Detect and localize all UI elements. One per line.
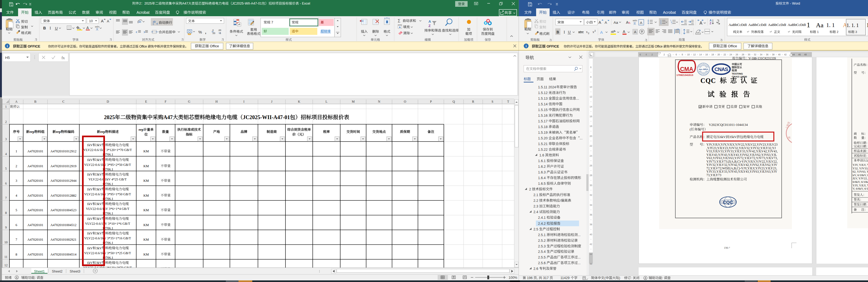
svg-text:3: 3: [16, 179, 17, 182]
svg-text:2: 2: [139, 2, 141, 5]
svg-text:A47: A47: [182, 2, 188, 5]
svg-text:6: 6: [640, 53, 641, 56]
svg-text:2.5: 2.5: [533, 227, 539, 231]
svg-text:6kV: 6kV: [720, 135, 726, 139]
svg-text:erp: erp: [30, 130, 34, 134]
svg-text:A47020101004514: A47020101004514: [51, 253, 76, 256]
svg-text:2: 2: [663, 53, 665, 56]
svg-text:wén: wén: [632, 19, 637, 22]
svg-text:28: 28: [590, 174, 592, 177]
svg-text:2: 2: [652, 53, 653, 56]
svg-text:1.5.14: 1.5.14: [538, 102, 549, 106]
svg-text:Aa: Aa: [816, 22, 824, 29]
svg-text:AaBbCcDdI: AaBbCcDdI: [728, 23, 747, 27]
svg-text:L: L: [326, 100, 327, 104]
svg-text:...: ...: [578, 261, 581, 265]
svg-text:1. 1: 1. 1: [826, 22, 835, 28]
svg-text:C: C: [62, 100, 64, 104]
svg-text:abc: abc: [578, 30, 584, 34]
svg-text:32: 32: [754, 53, 756, 56]
svg-text:3kV: 3kV: [96, 158, 102, 162]
svg-text:A: A: [623, 29, 625, 34]
svg-text:12: 12: [4, 263, 7, 267]
svg-text:40: 40: [778, 53, 781, 56]
svg-text:A47020101: A47020101: [28, 223, 43, 227]
svg-text:3: 3: [5, 137, 7, 141]
svg-text:N: N: [378, 100, 380, 104]
svg-text:B: B: [34, 100, 36, 104]
svg-text:J: J: [271, 100, 273, 104]
svg-text:.00: .00: [212, 32, 215, 34]
svg-text:317: 317: [542, 276, 550, 280]
svg-text:196: 196: [526, 276, 534, 280]
svg-text:fx: fx: [62, 56, 65, 60]
svg-text:A47020101012912: A47020101012912: [51, 149, 76, 153]
svg-text:1: 1: [16, 149, 17, 153]
svg-text:VLV22-0.6/1kV 3*120+1*70 GB/T: VLV22-0.6/1kV 3*120+1*70 GB/T: [83, 148, 132, 152]
svg-text:10: 10: [687, 53, 690, 56]
svg-text:x: x: [592, 30, 594, 34]
svg-text:12: 12: [590, 95, 592, 98]
svg-text:26: 26: [590, 164, 592, 167]
svg-text:H5: H5: [5, 56, 10, 60]
svg-text:11: 11: [4, 255, 7, 259]
svg-text:44: 44: [792, 53, 795, 56]
svg-text:1: 1: [807, 21, 810, 29]
svg-text:3kV: 3kV: [96, 202, 102, 206]
svg-text:A47020101012944: A47020101012944: [51, 179, 76, 182]
svg-text:A47020101: A47020101: [28, 208, 43, 212]
svg-text:42: 42: [784, 53, 787, 56]
svg-text:73,YJLY73: 73,YJLY73: [706, 173, 721, 177]
svg-text:OFFICE: OFFICE: [546, 44, 559, 48]
svg-text:1.6.3: 1.6.3: [538, 170, 547, 174]
svg-text:28: 28: [742, 53, 744, 56]
svg-text:,: ,: [205, 30, 206, 34]
svg-text:10: 10: [4, 241, 7, 244]
svg-text:VLV22-0.6/1kV 3*95+2*50 GB/T: VLV22-0.6/1kV 3*95+2*50 GB/T: [84, 163, 131, 167]
svg-text:6/6kV, 6/10kV: 6/6kV, 6/10kV: [852, 180, 868, 184]
svg-text:TESTING: TESTING: [732, 72, 743, 75]
svg-text:JC2025-WII-A47-01: JC2025-WII-A47-01: [232, 2, 262, 5]
svg-text:ab: ab: [138, 20, 142, 23]
svg-text:62, YJV63, YJL: 62, YJV63, YJL: [852, 170, 868, 173]
svg-text:AaBbCcDdI: AaBbCcDdI: [748, 23, 767, 27]
svg-text:7: 7: [270, 21, 273, 24]
svg-text:ab: ab: [611, 30, 614, 33]
svg-text:A47020101: A47020101: [28, 149, 43, 153]
svg-text:38: 38: [772, 53, 775, 56]
svg-text:A47020101: A47020101: [28, 164, 43, 168]
svg-text:A47020101012919: A47020101012919: [51, 164, 76, 168]
svg-text:1.5.11 2024: 1.5.11 2024: [538, 85, 556, 89]
svg-text:3kV: 3kV: [96, 188, 102, 191]
svg-text:2.5.6: 2.5.6: [538, 261, 547, 265]
svg-text:KM: KM: [143, 149, 149, 153]
svg-text:V, 6/6kV, 6/10: V, 6/6kV, 6/10: [852, 187, 868, 190]
svg-text:1kV: 1kV: [87, 188, 93, 191]
svg-text:16: 16: [590, 115, 592, 118]
svg-text:OFFICE: OFFICE: [27, 44, 40, 48]
svg-text:1.: 1.: [866, 22, 868, 28]
svg-text:2: 2: [836, 30, 839, 33]
svg-text:7: 7: [16, 238, 17, 242]
svg-text:3kV: 3kV: [96, 231, 102, 235]
svg-text:KM: KM: [143, 208, 149, 212]
svg-text:44: 44: [590, 253, 592, 256]
svg-text:erp: erp: [139, 128, 144, 132]
svg-text:A: A: [101, 19, 103, 23]
svg-text:14: 14: [590, 105, 592, 108]
svg-text:A: A: [634, 30, 637, 34]
svg-text:1: 1: [5, 105, 7, 109]
svg-text:.0: .0: [212, 29, 214, 32]
svg-text:CQC: CQC: [701, 77, 716, 84]
svg-text:22: 22: [590, 144, 592, 147]
svg-text:- Excel: - Excel: [299, 2, 310, 5]
svg-text:VLV22-0.6/1kV 3*10+1*6 GB/T: VLV22-0.6/1kV 3*10+1*6 GB/T: [85, 222, 130, 226]
svg-text:2.4: 2.4: [533, 210, 539, 214]
svg-text:/: /: [560, 199, 561, 203]
svg-text:VLV22-0.6/1kV 3*6+1*4 GB/T: VLV22-0.6/1kV 3*6+1*4 GB/T: [86, 207, 129, 211]
svg-text:Office: Office: [727, 44, 737, 48]
svg-text:8: 8: [682, 53, 683, 56]
svg-text:...: ...: [578, 255, 581, 259]
svg-text:Office: Office: [209, 44, 219, 48]
svg-text:KM: KM: [143, 238, 149, 242]
